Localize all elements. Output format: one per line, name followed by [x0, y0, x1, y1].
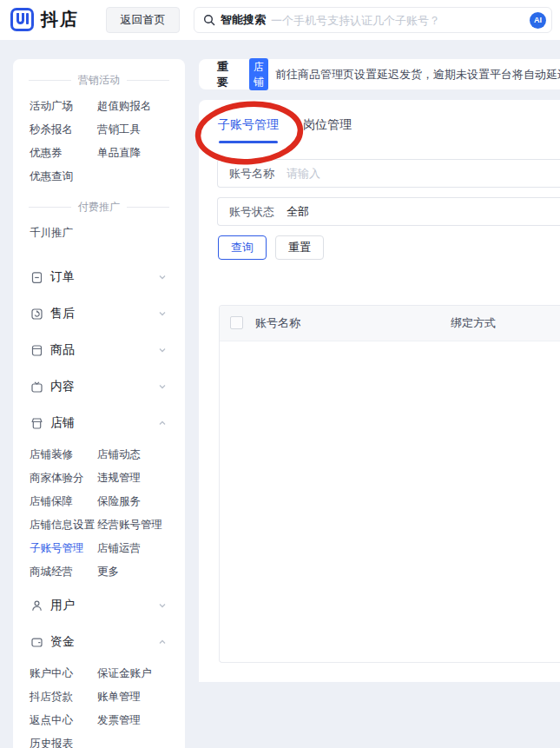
smart-search-bar[interactable]: 智能搜索 AI [194, 7, 552, 33]
sidebar-item-merchant-score[interactable]: 商家体验分 [30, 467, 97, 490]
sidebar: 营销活动 活动广场 超值购报名 秒杀报名 营销工具 优惠券 单品直降 优惠查询 … [13, 59, 185, 748]
sidebar-item-coupons[interactable]: 优惠券 [30, 142, 97, 165]
sidebar-item-business-account-mgmt[interactable]: 经营账号管理 [97, 513, 185, 537]
doudian-logo-icon [10, 8, 34, 31]
chevron-down-icon [158, 309, 167, 318]
sidebar-section-paid-promo: 付费推广 [29, 200, 169, 215]
sidebar-item-shop-decor[interactable]: 店铺装修 [30, 443, 97, 467]
content-tv-icon [30, 380, 43, 394]
paid-links: 千川推广 [13, 222, 185, 245]
back-home-button[interactable]: 返回首页 [106, 7, 180, 33]
chevron-down-icon [158, 601, 167, 610]
sidebar-item-orders[interactable]: 订单 [13, 259, 185, 295]
account-status-select[interactable]: 全部 [287, 204, 309, 220]
sidebar-item-flashsale-signup[interactable]: 秒杀报名 [30, 118, 97, 142]
sidebar-item-subaccount-mgmt[interactable]: 子账号管理 [30, 537, 97, 560]
sidebar-item-activity-plaza[interactable]: 活动广场 [30, 95, 97, 118]
sidebar-item-account-center[interactable]: 账户中心 [30, 662, 97, 685]
sidebar-item-insurance-service[interactable]: 保险服务 [97, 490, 185, 513]
shop-icon [30, 416, 43, 430]
sidebar-item-shop[interactable]: 店铺 [13, 405, 185, 441]
account-status-label: 账号状态 [229, 204, 274, 220]
notice-importance-label: 重要 [217, 59, 228, 90]
sidebar-item-bill-mgmt[interactable]: 账单管理 [97, 685, 185, 709]
subaccount-table: 账号名称 绑定方式 [219, 305, 560, 663]
sidebar-item-supervalue-signup[interactable]: 超值购报名 [97, 95, 185, 118]
main-panel: 子账号管理 岗位管理 账号名称 账号状态 全部 查询 重置 账号名称 绑定方式 [199, 100, 560, 682]
search-input[interactable] [271, 14, 530, 27]
announcement-bar: 重要 店铺 前往商品管理页设置延迟发货，逾期未设置平台将自动延迟 [199, 59, 560, 89]
column-account-name: 账号名称 [255, 306, 300, 341]
sidebar-item-invoice-mgmt[interactable]: 发票管理 [97, 709, 185, 732]
chevron-down-icon [158, 273, 167, 281]
top-header: 抖店 返回首页 智能搜索 AI [0, 0, 560, 40]
sidebar-item-qianchuan[interactable]: 千川推广 [30, 222, 97, 245]
filter-actions: 查询 重置 [218, 235, 324, 260]
sidebar-item-doudian-loan[interactable]: 抖店贷款 [30, 685, 97, 709]
sidebar-item-aftersale[interactable]: 售后 [13, 295, 185, 332]
sidebar-item-more[interactable]: 更多 [97, 560, 185, 584]
sidebar-item-single-discount[interactable]: 单品直降 [97, 142, 185, 165]
sidebar-item-deposit-account[interactable]: 保证金账户 [97, 662, 185, 685]
account-status-filter[interactable]: 账号状态 全部 [217, 197, 560, 226]
tab-bar: 子账号管理 岗位管理 [218, 117, 352, 143]
sidebar-item-discount-query[interactable]: 优惠查询 [30, 165, 97, 189]
app-logo-text: 抖店 [41, 8, 79, 31]
sidebar-item-mall-business[interactable]: 商城经营 [30, 560, 97, 584]
chevron-up-icon [158, 419, 167, 427]
sidebar-item-shop-guarantee[interactable]: 店铺保障 [30, 490, 97, 513]
table-header-row: 账号名称 绑定方式 [220, 306, 560, 341]
user-icon [30, 599, 43, 612]
query-button[interactable]: 查询 [218, 235, 267, 260]
sidebar-item-shop-news[interactable]: 店铺动态 [97, 443, 185, 467]
sidebar-item-shop-operation[interactable]: 店铺运营 [97, 537, 185, 560]
chevron-up-icon [158, 638, 167, 646]
account-name-input[interactable] [287, 167, 560, 180]
notice-text: 前往商品管理页设置延迟发货，逾期未设置平台将自动延迟 [275, 67, 560, 83]
funds-submenu: 账户中心 保证金账户 抖店贷款 账单管理 返点中心 发票管理 历史报表 [13, 662, 185, 748]
tab-position-management[interactable]: 岗位管理 [303, 117, 352, 143]
notice-category-badge[interactable]: 店铺 [249, 58, 268, 90]
search-icon [203, 14, 215, 26]
sidebar-section-marketing: 营销活动 [29, 73, 169, 88]
app-logo[interactable]: 抖店 [10, 8, 79, 31]
ai-search-icon[interactable]: AI [530, 12, 546, 29]
sidebar-item-user[interactable]: 用户 [13, 587, 185, 624]
shop-submenu: 店铺装修 店铺动态 商家体验分 违规管理 店铺保障 保险服务 店铺信息设置 经营… [13, 443, 185, 584]
sidebar-item-rebate-center[interactable]: 返点中心 [30, 709, 97, 732]
select-all-checkbox[interactable] [230, 316, 243, 329]
tab-subaccount-management[interactable]: 子账号管理 [218, 117, 279, 143]
search-mode-label: 智能搜索 [221, 12, 266, 28]
account-name-label: 账号名称 [229, 166, 274, 182]
wallet-icon [30, 635, 43, 649]
sidebar-item-shop-info-settings[interactable]: 店铺信息设置 [30, 513, 97, 537]
sidebar-item-marketing-tools[interactable]: 营销工具 [97, 118, 185, 142]
product-box-icon [30, 343, 43, 357]
sidebar-item-violation-mgmt[interactable]: 违规管理 [97, 467, 185, 490]
sidebar-item-history-report[interactable]: 历史报表 [30, 732, 97, 748]
column-binding-method: 绑定方式 [451, 306, 496, 341]
sidebar-item-funds[interactable]: 资金 [13, 624, 185, 660]
sidebar-item-goods[interactable]: 商品 [13, 332, 185, 368]
sidebar-item-content[interactable]: 内容 [13, 368, 185, 405]
reset-button[interactable]: 重置 [275, 235, 324, 260]
order-icon [30, 270, 43, 284]
aftersale-icon [30, 307, 43, 321]
chevron-down-icon [158, 346, 167, 354]
marketing-links: 活动广场 超值购报名 秒杀报名 营销工具 优惠券 单品直降 优惠查询 [13, 95, 185, 189]
chevron-down-icon [158, 382, 167, 391]
account-name-filter[interactable]: 账号名称 [217, 159, 560, 188]
